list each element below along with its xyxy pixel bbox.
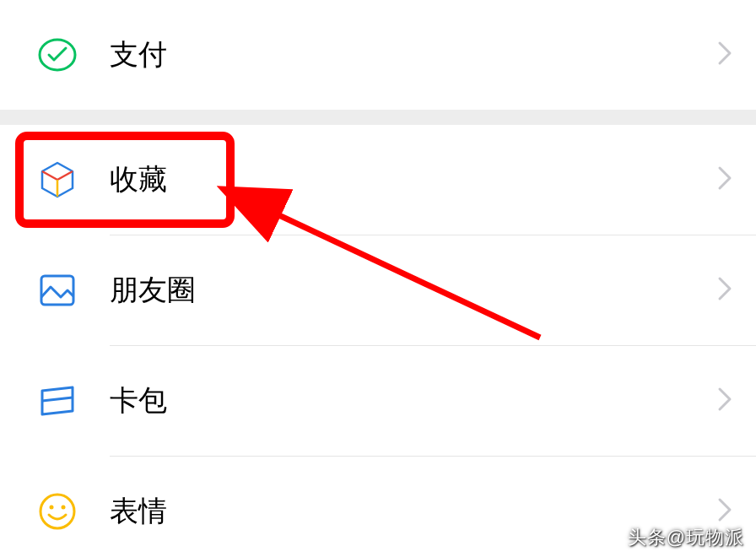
menu-item-label: 表情: [110, 492, 717, 531]
chevron-right-icon: [717, 497, 732, 526]
svg-point-4: [62, 506, 66, 510]
watermark: 头条@玩物派: [628, 525, 744, 550]
section-main: 收藏 朋友圈 卡包: [0, 125, 756, 557]
cards-icon: [37, 381, 78, 421]
menu-item-favorites[interactable]: 收藏: [0, 125, 756, 235]
moments-icon: [37, 270, 78, 311]
chevron-right-icon: [717, 276, 732, 305]
menu-item-label: 收藏: [110, 160, 717, 199]
section-gap: [0, 110, 756, 125]
svg-point-2: [40, 495, 74, 528]
chevron-right-icon: [717, 41, 732, 69]
stickers-icon: [37, 491, 78, 532]
pay-icon: [37, 35, 78, 75]
favorites-icon: [37, 160, 78, 200]
section-pay: 支付: [0, 0, 756, 110]
menu-item-moments[interactable]: 朋友圈: [0, 235, 756, 345]
menu-item-label: 支付: [110, 35, 717, 74]
menu-item-cards[interactable]: 卡包: [0, 346, 756, 456]
menu-item-label: 卡包: [110, 381, 717, 420]
chevron-right-icon: [717, 387, 732, 415]
menu-item-label: 朋友圈: [110, 271, 717, 310]
chevron-right-icon: [717, 165, 732, 194]
menu-item-pay[interactable]: 支付: [0, 0, 756, 110]
svg-point-3: [50, 506, 54, 510]
